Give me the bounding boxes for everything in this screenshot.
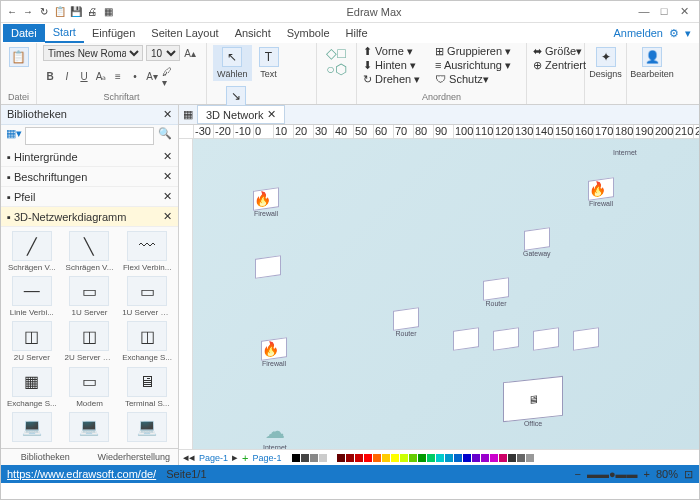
color-swatch[interactable] <box>310 454 318 462</box>
color-swatch[interactable] <box>373 454 381 462</box>
library-shape[interactable]: ▭1U Server <box>63 276 117 317</box>
diagram-node[interactable]: Internet <box>613 149 637 156</box>
status-url[interactable]: https://www.edrawsoft.com/de/ <box>7 468 156 480</box>
diagram-node[interactable] <box>493 329 519 349</box>
zoom-slider[interactable]: ▬▬●▬▬ <box>587 468 638 480</box>
diagram-node[interactable]: 🔥Firewall <box>261 339 287 367</box>
align-menu[interactable]: ≡ Ausrichtung ▾ <box>435 59 520 72</box>
align-button[interactable]: ≡ <box>111 70 125 84</box>
color-swatch[interactable] <box>427 454 435 462</box>
color-swatch[interactable] <box>508 454 516 462</box>
italic-button[interactable]: I <box>60 70 74 84</box>
color-swatch[interactable] <box>292 454 300 462</box>
quick-access-toolbar[interactable]: ← → ↻ 📋 💾 🖨 ▦ <box>1 5 119 19</box>
diagram-node[interactable]: Gateway <box>523 229 551 257</box>
color-swatch[interactable] <box>472 454 480 462</box>
send-back[interactable]: ⬇ Hinten ▾ <box>363 59 429 72</box>
diagram-node[interactable]: 🔥Firewall <box>253 189 279 217</box>
protect-menu[interactable]: 🛡 Schutz▾ <box>435 73 520 86</box>
color-swatch[interactable] <box>526 454 534 462</box>
file-menu[interactable]: Datei <box>3 24 45 42</box>
color-swatch[interactable] <box>364 454 372 462</box>
shape-gallery[interactable]: ◇□○⬡ <box>326 45 346 77</box>
library-shape[interactable]: ▭1U Server S... <box>120 276 174 317</box>
qat-back[interactable]: ← <box>5 5 19 19</box>
library-search-input[interactable] <box>25 127 154 145</box>
bold-button[interactable]: B <box>43 70 57 84</box>
library-menu-icon[interactable]: ▦▾ <box>5 127 23 145</box>
size-menu[interactable]: ⬌ Größe▾ <box>533 45 586 58</box>
qat-save[interactable]: 💾 <box>69 5 83 19</box>
paste-button[interactable]: 📋 <box>7 45 30 69</box>
color-swatch[interactable] <box>301 454 309 462</box>
library-shape[interactable]: —Linie Verbi... <box>5 276 59 317</box>
close-doc-icon[interactable]: ✕ <box>267 108 276 121</box>
font-size-select[interactable]: 10 <box>146 45 180 61</box>
increase-font[interactable]: A▴ <box>183 46 197 60</box>
qat-grid[interactable]: ▦ <box>101 5 115 19</box>
tab-insert[interactable]: Einfügen <box>84 24 143 42</box>
color-swatch[interactable] <box>400 454 408 462</box>
diagram-node[interactable]: 🔥Firewall <box>588 179 614 207</box>
diagram-node[interactable] <box>453 329 479 349</box>
maximize-button[interactable]: □ <box>657 5 671 18</box>
search-icon[interactable]: 🔍 <box>156 127 174 145</box>
group-button[interactable]: ⊞ Gruppieren ▾ <box>435 45 520 58</box>
rotate-menu[interactable]: ↻ Drehen ▾ <box>363 73 429 86</box>
select-tool[interactable]: ↖Wählen <box>213 45 252 81</box>
library-shape[interactable]: 💻 <box>120 412 174 444</box>
designs-button[interactable]: ✦Designs <box>591 45 620 81</box>
diagram-canvas[interactable]: 🔥Firewall🔥Firewall☁InternetRouterRouterG… <box>193 139 700 449</box>
subscript-button[interactable]: Aₐ <box>94 70 108 84</box>
color-swatch[interactable] <box>319 454 327 462</box>
color-swatch[interactable] <box>481 454 489 462</box>
tab-start[interactable]: Start <box>45 23 84 43</box>
library-category[interactable]: ▪ Pfeil✕ <box>1 187 178 207</box>
tab-symbols[interactable]: Symbole <box>279 24 338 42</box>
color-swatch[interactable] <box>454 454 462 462</box>
library-shape[interactable]: ◫2U Server S... <box>63 321 117 362</box>
font-color-button[interactable]: A▾ <box>145 70 159 84</box>
tab-layout[interactable]: Seiten Layout <box>143 24 226 42</box>
color-swatch[interactable] <box>328 454 336 462</box>
diagram-node[interactable] <box>573 329 599 349</box>
library-shape[interactable]: 〰Flexi Verbin... <box>120 231 174 272</box>
recovery-tab[interactable]: Wiederherstellung <box>90 449 179 465</box>
library-shape[interactable]: ╱Schrägen V... <box>5 231 59 272</box>
diagram-node[interactable]: Router <box>393 309 419 337</box>
highlight-button[interactable]: 🖊▾ <box>162 70 176 84</box>
page-tab-1[interactable]: Page-1 <box>199 453 228 463</box>
diagram-node[interactable] <box>255 257 281 277</box>
bullets-button[interactable]: • <box>128 70 142 84</box>
library-shape[interactable]: 💻 <box>63 412 117 444</box>
color-swatch[interactable] <box>490 454 498 462</box>
library-shape[interactable]: ▭Modem <box>63 367 117 408</box>
center-button[interactable]: ⊕ Zentriert <box>533 59 586 72</box>
bring-front[interactable]: ⬆ Vorne ▾ <box>363 45 429 58</box>
library-shape[interactable]: 🖥Terminal S... <box>120 367 174 408</box>
color-swatch[interactable] <box>382 454 390 462</box>
library-tab[interactable]: Bibliotheken <box>1 449 90 465</box>
page-tab-2[interactable]: Page-1 <box>252 453 281 463</box>
edit-button[interactable]: 👤Bearbeiten <box>633 45 671 81</box>
diagram-node[interactable]: Router <box>483 279 509 307</box>
collapse-ribbon-icon[interactable]: ▾ <box>685 27 691 40</box>
library-category[interactable]: ▪ Beschriftungen✕ <box>1 167 178 187</box>
library-shape[interactable]: 💻 <box>5 412 59 444</box>
tab-help[interactable]: Hilfe <box>338 24 376 42</box>
library-shape[interactable]: ╲Schrägen V... <box>63 231 117 272</box>
color-swatch[interactable] <box>499 454 507 462</box>
library-shape[interactable]: ◫Exchange S... <box>120 321 174 362</box>
qat-fwd[interactable]: → <box>21 5 35 19</box>
close-button[interactable]: ✕ <box>677 5 691 18</box>
diagram-node[interactable] <box>533 329 559 349</box>
library-category[interactable]: ▪ Hintergründe✕ <box>1 147 178 167</box>
document-tab[interactable]: 3D Network✕ <box>197 105 285 124</box>
diagram-node[interactable]: ☁Internet <box>263 419 287 449</box>
diagram-node[interactable]: 🖥Office <box>503 379 563 427</box>
font-family-select[interactable]: Times New Roman <box>43 45 143 61</box>
color-swatch[interactable] <box>391 454 399 462</box>
color-swatch[interactable] <box>445 454 453 462</box>
qat-paste[interactable]: 📋 <box>53 5 67 19</box>
underline-button[interactable]: U <box>77 70 91 84</box>
